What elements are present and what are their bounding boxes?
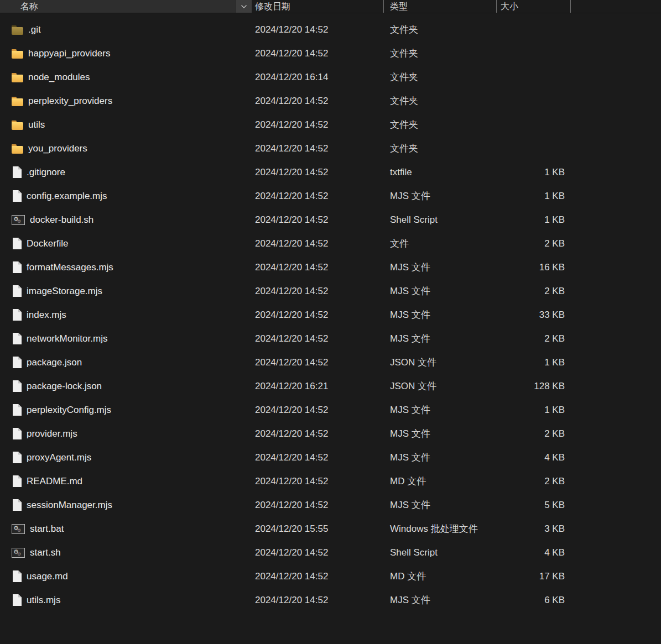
table-row[interactable]: Dockerfile 2024/12/20 14:52 文件 2 KB <box>0 232 661 255</box>
name-cell: usage.md <box>0 570 252 582</box>
table-row[interactable]: imageStorage.mjs 2024/12/20 14:52 MJS 文件… <box>0 279 661 303</box>
table-row[interactable]: usage.md 2024/12/20 14:52 MD 文件 17 KB <box>0 564 661 588</box>
document-icon <box>13 570 22 582</box>
document-icon <box>13 190 22 202</box>
column-header-date-label: 修改日期 <box>255 2 290 11</box>
file-name: docker-build.sh <box>30 214 93 226</box>
document-icon <box>13 333 22 344</box>
file-name: happyapi_providers <box>28 48 110 59</box>
file-size: 2 KB <box>496 476 571 487</box>
table-row[interactable]: node_modules 2024/12/20 16:14 文件夹 <box>0 65 661 89</box>
table-row[interactable]: .git 2024/12/20 14:52 文件夹 <box>0 18 661 41</box>
file-type: MJS 文件 <box>383 190 496 202</box>
table-row[interactable]: package.json 2024/12/20 14:52 JSON 文件 1 … <box>0 350 661 374</box>
file-type: 文件夹 <box>383 95 496 107</box>
name-cell: utils <box>0 119 252 130</box>
file-name: config.example.mjs <box>27 191 107 202</box>
file-explorer-list: 名称 修改日期 类型 大小 .git 2024/12/20 14:52 文件夹 <box>0 0 661 644</box>
table-row[interactable]: proxyAgent.mjs 2024/12/20 14:52 MJS 文件 4… <box>0 446 661 469</box>
table-row[interactable]: package-lock.json 2024/12/20 16:21 JSON … <box>0 374 661 398</box>
file-type: Shell Script <box>383 547 496 558</box>
table-row[interactable]: .gitignore 2024/12/20 14:52 txtfile 1 KB <box>0 160 661 184</box>
document-icon <box>13 357 22 368</box>
file-name: imageStorage.mjs <box>27 286 102 297</box>
file-name: package.json <box>27 357 82 368</box>
name-cell: package-lock.json <box>0 380 252 392</box>
folder-icon <box>12 144 23 154</box>
column-header-size-label: 大小 <box>501 2 518 11</box>
table-row[interactable]: sessionManager.mjs 2024/12/20 14:52 MJS … <box>0 493 661 517</box>
file-type: MJS 文件 <box>383 261 496 274</box>
table-row[interactable]: networkMonitor.mjs 2024/12/20 14:52 MJS … <box>0 327 661 350</box>
script-icon <box>12 215 25 225</box>
document-icon <box>13 238 22 249</box>
file-size: 2 KB <box>496 286 571 297</box>
file-date-modified: 2024/12/20 14:52 <box>252 24 383 35</box>
file-type: MJS 文件 <box>383 285 496 297</box>
name-cell: sessionManager.mjs <box>0 499 252 511</box>
file-size: 16 KB <box>496 262 571 273</box>
file-name: utils.mjs <box>27 595 60 606</box>
file-date-modified: 2024/12/20 14:52 <box>252 48 383 59</box>
file-size: 33 KB <box>496 310 571 321</box>
column-header-date-modified[interactable]: 修改日期 <box>252 0 383 13</box>
name-cell: formatMessages.mjs <box>0 261 252 273</box>
file-name: start.sh <box>30 547 61 558</box>
table-row[interactable]: README.md 2024/12/20 14:52 MD 文件 2 KB <box>0 469 661 493</box>
name-filter-dropdown[interactable] <box>235 0 252 13</box>
file-type: MJS 文件 <box>383 308 496 321</box>
file-size: 1 KB <box>496 167 571 178</box>
file-name: Dockerfile <box>27 238 69 249</box>
name-cell: you_providers <box>0 143 252 154</box>
name-cell: package.json <box>0 357 252 368</box>
file-date-modified: 2024/12/20 14:52 <box>252 286 383 297</box>
table-row[interactable]: perplexityConfig.mjs 2024/12/20 14:52 MJ… <box>0 398 661 422</box>
column-header-size[interactable]: 大小 <box>496 0 571 13</box>
column-header-type[interactable]: 类型 <box>383 0 496 13</box>
table-row[interactable]: docker-build.sh 2024/12/20 14:52 Shell S… <box>0 208 661 232</box>
name-cell: perplexity_providers <box>0 96 252 107</box>
script-icon <box>12 548 25 558</box>
document-icon <box>13 380 22 392</box>
file-name: formatMessages.mjs <box>27 262 113 273</box>
name-cell: index.mjs <box>0 309 252 321</box>
document-icon <box>13 594 22 606</box>
file-date-modified: 2024/12/20 14:52 <box>252 405 383 416</box>
table-row[interactable]: utils.mjs 2024/12/20 14:52 MJS 文件 6 KB <box>0 588 661 612</box>
file-name: .git <box>28 24 41 35</box>
file-type: MJS 文件 <box>383 332 496 345</box>
file-date-modified: 2024/12/20 14:52 <box>252 476 383 487</box>
table-row[interactable]: you_providers 2024/12/20 14:52 文件夹 <box>0 137 661 160</box>
document-icon <box>13 285 22 297</box>
name-cell: README.md <box>0 475 252 487</box>
table-row[interactable]: utils 2024/12/20 14:52 文件夹 <box>0 113 661 137</box>
table-row[interactable]: start.bat 2024/12/20 15:55 Windows 批处理文件… <box>0 517 661 541</box>
file-name: sessionManager.mjs <box>27 500 112 511</box>
folder-icon <box>12 49 23 59</box>
file-type: Windows 批处理文件 <box>383 522 496 535</box>
name-cell: proxyAgent.mjs <box>0 452 252 463</box>
file-date-modified: 2024/12/20 14:52 <box>252 214 383 226</box>
table-row[interactable]: provider.mjs 2024/12/20 14:52 MJS 文件 2 K… <box>0 422 661 446</box>
file-date-modified: 2024/12/20 14:52 <box>252 167 383 178</box>
name-cell: Dockerfile <box>0 238 252 249</box>
table-row[interactable]: start.sh 2024/12/20 14:52 Shell Script 4… <box>0 541 661 564</box>
column-header-row: 名称 修改日期 类型 大小 <box>0 0 661 13</box>
name-cell: config.example.mjs <box>0 190 252 202</box>
file-type: MJS 文件 <box>383 404 496 416</box>
file-type: 文件 <box>383 237 496 250</box>
file-type: 文件夹 <box>383 23 496 36</box>
file-name: utils <box>28 119 45 130</box>
file-name: perplexity_providers <box>28 96 112 107</box>
table-row[interactable]: perplexity_providers 2024/12/20 14:52 文件… <box>0 89 661 113</box>
file-size: 5 KB <box>496 500 571 511</box>
file-date-modified: 2024/12/20 14:52 <box>252 571 383 582</box>
name-cell: imageStorage.mjs <box>0 285 252 297</box>
name-cell: perplexityConfig.mjs <box>0 404 252 416</box>
document-icon <box>13 404 22 416</box>
table-row[interactable]: formatMessages.mjs 2024/12/20 14:52 MJS … <box>0 255 661 279</box>
column-header-name[interactable]: 名称 <box>0 0 252 13</box>
table-row[interactable]: config.example.mjs 2024/12/20 14:52 MJS … <box>0 184 661 208</box>
table-row[interactable]: index.mjs 2024/12/20 14:52 MJS 文件 33 KB <box>0 303 661 327</box>
table-row[interactable]: happyapi_providers 2024/12/20 14:52 文件夹 <box>0 41 661 65</box>
